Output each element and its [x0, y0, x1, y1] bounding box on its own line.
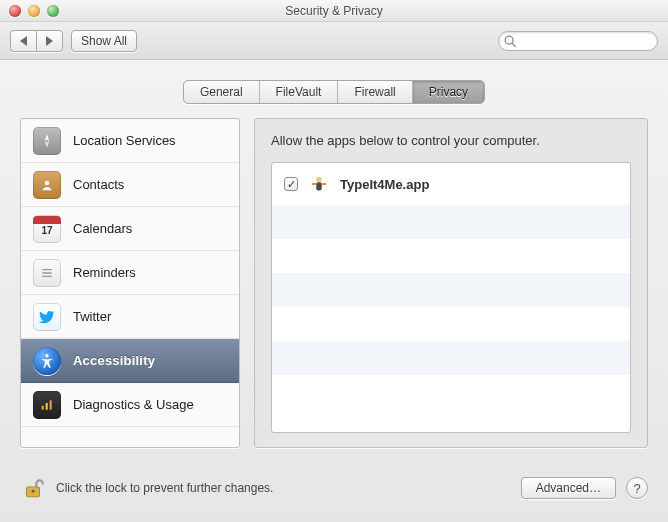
toolbar: Show All [0, 22, 668, 60]
app-row-empty [272, 205, 630, 239]
nav-back-forward [10, 30, 63, 52]
show-all-button[interactable]: Show All [71, 30, 137, 52]
svg-marker-3 [45, 141, 50, 148]
sidebar-item-label: Contacts [73, 177, 124, 192]
chevron-left-icon [20, 36, 27, 46]
window-traffic-lights [9, 5, 59, 17]
svg-rect-10 [46, 403, 48, 410]
sidebar-item-twitter[interactable]: Twitter [21, 295, 239, 339]
lock-area[interactable]: Click the lock to prevent further change… [20, 475, 273, 501]
sidebar-item-label: Diagnostics & Usage [73, 397, 194, 412]
calendar-icon: 17 [33, 215, 61, 243]
sidebar-item-calendars[interactable]: 17 Calendars [21, 207, 239, 251]
sidebar-item-label: Location Services [73, 133, 176, 148]
search-field[interactable] [498, 31, 658, 51]
svg-marker-2 [45, 134, 50, 141]
tab-privacy[interactable]: Privacy [413, 81, 484, 103]
tab-general[interactable]: General [184, 81, 260, 103]
app-row-empty [272, 273, 630, 307]
svg-rect-9 [42, 405, 44, 409]
compass-icon [33, 127, 61, 155]
window-title: Security & Privacy [0, 0, 668, 22]
search-input[interactable] [521, 33, 668, 49]
twitter-icon [33, 303, 61, 331]
search-icon [503, 34, 517, 48]
lock-text: Click the lock to prevent further change… [56, 481, 273, 495]
svg-point-12 [316, 177, 322, 183]
app-row-empty [272, 239, 630, 273]
nav-forward-button[interactable] [36, 30, 63, 52]
instruction-text: Allow the apps below to control your com… [271, 133, 631, 148]
close-window-icon[interactable] [9, 5, 21, 17]
svg-line-1 [512, 43, 515, 46]
reminders-icon [33, 259, 61, 287]
calendar-day-number: 17 [41, 225, 52, 236]
svg-rect-14 [312, 183, 317, 185]
sidebar-item-label: Twitter [73, 309, 111, 324]
zoom-window-icon[interactable] [47, 5, 59, 17]
sidebar-item-accessibility[interactable]: Accessibility [21, 339, 239, 383]
app-icon [308, 173, 330, 195]
sidebar-item-label: Calendars [73, 221, 132, 236]
sidebar-item-contacts[interactable]: Contacts [21, 163, 239, 207]
chevron-right-icon [46, 36, 53, 46]
unlocked-lock-icon [20, 475, 46, 501]
app-allow-checkbox[interactable]: ✓ [284, 177, 298, 191]
sidebar-item-label: Reminders [73, 265, 136, 280]
tab-firewall[interactable]: Firewall [338, 81, 412, 103]
minimize-window-icon[interactable] [28, 5, 40, 17]
sidebar-item-label: Accessibility [73, 353, 155, 368]
sidebar-item-location-services[interactable]: Location Services [21, 119, 239, 163]
svg-rect-13 [316, 182, 322, 190]
svg-rect-15 [322, 183, 327, 185]
accessibility-icon [33, 347, 61, 375]
app-row-empty [272, 307, 630, 341]
sidebar-item-reminders[interactable]: Reminders [21, 251, 239, 295]
help-button[interactable]: ? [626, 477, 648, 499]
nav-back-button[interactable] [10, 30, 36, 52]
advanced-button[interactable]: Advanced… [521, 477, 616, 499]
diagnostics-icon [33, 391, 61, 419]
checkmark-icon: ✓ [287, 179, 296, 190]
svg-point-17 [32, 490, 35, 493]
privacy-sidebar: Location Services Contacts 17 Calendars [20, 118, 240, 448]
privacy-detail-pane: Allow the apps below to control your com… [254, 118, 648, 448]
svg-point-8 [45, 354, 48, 357]
app-list: ✓ TypeIt4Me.app [271, 162, 631, 433]
app-name: TypeIt4Me.app [340, 177, 429, 192]
address-book-icon [33, 171, 61, 199]
tab-filevault[interactable]: FileVault [260, 81, 339, 103]
svg-point-4 [45, 180, 50, 185]
sidebar-item-diagnostics-usage[interactable]: Diagnostics & Usage [21, 383, 239, 427]
app-row[interactable]: ✓ TypeIt4Me.app [272, 163, 630, 205]
tab-bar: General FileVault Firewall Privacy [183, 80, 485, 104]
app-row-empty [272, 341, 630, 375]
svg-rect-11 [50, 400, 52, 409]
footer: Click the lock to prevent further change… [0, 460, 668, 522]
